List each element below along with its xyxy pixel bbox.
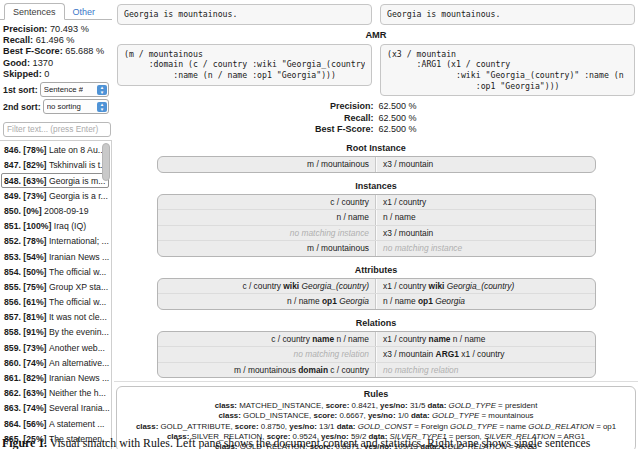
table-row[interactable]: m / mountainousx3 / mountain xyxy=(158,157,595,172)
section-title-attributes: Attributes xyxy=(112,265,640,275)
table-cell: c / country name n / name xyxy=(158,332,377,347)
list-item[interactable]: 847. [82%] Tskhinvali is t... xyxy=(1,158,111,173)
good-value: 1370 xyxy=(33,58,53,68)
table-root-instance: m / mountainousx3 / mountain xyxy=(157,156,596,173)
list-item[interactable]: 851. [100%] Iraq (IQ) xyxy=(1,219,111,234)
table-cell: no matching relation xyxy=(376,363,595,378)
good-label: Good: xyxy=(3,58,30,68)
list-item[interactable]: 861. [82%] Iranian News ... xyxy=(1,370,111,385)
list-item[interactable]: 854. [50%] The official w... xyxy=(1,264,111,279)
table-cell: x1 / country name n / name xyxy=(376,332,595,347)
second-sort-value: no sorting xyxy=(47,102,81,111)
table-cell: c / country wiki Georgia_(country) xyxy=(158,279,377,294)
list-item[interactable]: 853. [54%] Iranian News ... xyxy=(1,249,111,264)
sidebar: Sentences Other Precision: 70.493 % Reca… xyxy=(0,0,112,434)
list-item[interactable]: 850. [0%] 2008-09-19 xyxy=(1,203,111,218)
table-row[interactable]: no matching relationx3 / mountain ARG1 x… xyxy=(158,346,595,362)
table-cell: n / name xyxy=(376,210,595,225)
sentence-fscore-label: Best F-Score: xyxy=(112,124,374,135)
table-row[interactable]: no matching instancex3 / mountain xyxy=(158,225,595,241)
list-item[interactable]: 849. [73%] Georgia is a r... xyxy=(1,188,111,203)
table-cell: m / mountainous xyxy=(158,241,377,256)
list-item[interactable]: 856. [61%] The official w... xyxy=(1,294,111,309)
table-relations: c / country name n / namex1 / country na… xyxy=(157,331,596,379)
second-sort-select[interactable]: no sorting ▲▼ xyxy=(43,99,109,114)
section-title-instances: Instances xyxy=(112,181,640,191)
right-sentence-text: Georgia is mountainous. xyxy=(387,9,628,20)
table-cell: x3 / mountain ARG1 x1 / country xyxy=(376,347,595,362)
rule-line: class: GOLD_ATTRIBUTE, score: 0.8750, ye… xyxy=(117,422,635,432)
first-sort-select[interactable]: Sentence # ▲▼ xyxy=(40,82,109,97)
section-divider xyxy=(114,381,638,382)
table-cell: m / mountainous xyxy=(158,157,377,172)
precision-label: Precision: xyxy=(3,24,47,34)
section-title-root-instance: Root Instance xyxy=(112,143,640,153)
table-row[interactable]: c / country name n / namex1 / country na… xyxy=(158,332,595,347)
table-cell: n / name op1 Georgia xyxy=(158,294,377,309)
list-item[interactable]: 860. [74%] An alternative... xyxy=(1,355,111,370)
list-item[interactable]: 848. [63%] Georgia is m... xyxy=(1,173,109,188)
sentence-list: 846. [78%] Late on 8 Au...847. [82%] Tsk… xyxy=(0,140,112,449)
right-sentence-box: Georgia is mountainous. xyxy=(380,4,635,25)
list-item[interactable]: 855. [75%] Group XP sta... xyxy=(1,279,111,294)
sentence-stats: Precision:62.500 % Recall:62.500 % Best … xyxy=(112,101,640,135)
scrollbar-thumb[interactable] xyxy=(102,143,110,181)
list-item[interactable]: 852. [78%] International; ... xyxy=(1,234,111,249)
table-row[interactable]: m / mountainous domain c / countryno mat… xyxy=(158,362,595,378)
select-stepper-icon: ▲▼ xyxy=(97,102,107,112)
table-row[interactable]: n / namen / name xyxy=(158,209,595,225)
fscore-label: Best F-Score: xyxy=(3,46,63,56)
mapping-sections: Root Instancem / mountainousx3 / mountai… xyxy=(112,143,640,378)
fscore-value: 65.688 % xyxy=(65,46,104,56)
table-cell: no matching instance xyxy=(376,241,595,256)
list-item[interactable]: 846. [78%] Late on 8 Au... xyxy=(1,143,111,158)
table-cell: x1 / country wiki Georgia_(country) xyxy=(376,279,595,294)
list-item[interactable]: 857. [81%] It was not cle... xyxy=(1,310,111,325)
left-amr-box: (m / mountainous :domain (c / country :w… xyxy=(117,44,372,86)
figure-caption-text: Visual smatch with Rules. Left pane show… xyxy=(47,436,590,449)
first-sort-value: Sentence # xyxy=(44,85,83,94)
list-item[interactable]: 864. [56%] A statement ... xyxy=(1,416,111,431)
filter-input[interactable] xyxy=(3,122,111,137)
section-title-relations: Relations xyxy=(112,318,640,328)
figure-caption-number: Figure 1. xyxy=(2,436,47,449)
figure-caption: Figure 1. Visual smatch with Rules. Left… xyxy=(2,436,638,449)
sentence-precision-label: Precision: xyxy=(112,101,374,112)
table-cell: n / name op1 Georgia xyxy=(376,294,595,309)
precision-value: 70.493 % xyxy=(50,24,89,34)
amr-header: AMR xyxy=(112,30,640,40)
table-cell: x3 / mountain xyxy=(376,226,595,241)
skipped-value: 0 xyxy=(44,69,49,79)
tab-other[interactable]: Other xyxy=(65,4,104,19)
table-cell: c / country xyxy=(158,195,377,210)
tab-sentences[interactable]: Sentences xyxy=(4,3,65,20)
rules-header: Rules xyxy=(117,389,635,399)
left-sentence-box: Georgia is mountainous. xyxy=(117,4,372,25)
left-amr-text: (m / mountainous :domain (c / country :w… xyxy=(124,49,365,81)
document-stats: Precision: 70.493 % Recall: 61.496 % Bes… xyxy=(0,20,112,81)
rule-line: class: MATCHED_INSTANCE, score: 0.8421, … xyxy=(117,401,635,411)
table-cell: no matching instance xyxy=(158,226,377,241)
list-item[interactable]: 863. [74%] Several Irania... xyxy=(1,401,111,416)
rule-line: class: GOLD_INSTANCE, score: 0.6667, yes… xyxy=(117,411,635,421)
sidebar-tabs: Sentences Other xyxy=(0,0,112,20)
table-row[interactable]: c / country wiki Georgia_(country)x1 / c… xyxy=(158,279,595,294)
recall-value: 61.496 % xyxy=(36,35,75,45)
table-cell: n / name xyxy=(158,210,377,225)
skipped-label: Skipped: xyxy=(3,69,42,79)
sentence-fscore-value: 62.500 % xyxy=(374,124,640,135)
list-item[interactable]: 859. [73%] Another web... xyxy=(1,340,111,355)
list-item[interactable]: 862. [63%] Neither the h... xyxy=(1,386,111,401)
list-item[interactable]: 858. [91%] By the evenin... xyxy=(1,325,111,340)
right-amr-text: (x3 / mountain :ARG1 (x1 / country :wiki… xyxy=(387,49,628,92)
table-row[interactable]: c / countryx1 / country xyxy=(158,195,595,210)
table-row[interactable]: m / mountainousno matching instance xyxy=(158,240,595,256)
table-cell: no matching relation xyxy=(158,347,377,362)
second-sort-label: 2nd sort: xyxy=(3,102,41,112)
table-cell: x3 / mountain xyxy=(376,157,595,172)
recall-label: Recall: xyxy=(3,35,33,45)
table-attributes: c / country wiki Georgia_(country)x1 / c… xyxy=(157,278,596,310)
main-panel: Georgia is mountainous. Georgia is mount… xyxy=(112,0,640,434)
sentence-recall-label: Recall: xyxy=(112,113,374,124)
table-row[interactable]: n / name op1 Georgian / name op1 Georgia xyxy=(158,293,595,309)
